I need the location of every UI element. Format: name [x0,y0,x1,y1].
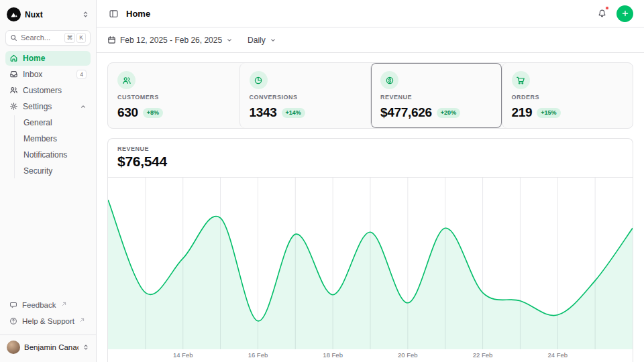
sidebar-subitem-security[interactable]: Security [19,164,91,178]
chat-bubble-icon [9,301,17,309]
chevron-down-icon [270,37,276,44]
external-link-icon [62,300,66,308]
stat-card-orders[interactable]: ORDERS 219+15% [502,63,633,128]
x-axis-label: 14 Feb [173,351,193,359]
x-axis-label: 22 Feb [473,351,493,359]
dollar-circle-icon [385,76,394,85]
stat-card-revenue[interactable]: REVENUE $477,626+20% [370,63,502,128]
sidebar-item-help-support[interactable]: Help & Support [5,314,91,328]
main-area: Home Feb 12, 2025 - Feb 26, 2025 Daily [97,0,644,362]
stat-label: ORDERS [512,94,624,101]
sidebar-subitem-notifications[interactable]: Notifications [19,147,91,162]
sidebar-toggle-button[interactable] [107,7,120,20]
filters-toolbar: Feb 12, 2025 - Feb 26, 2025 Daily [97,27,644,53]
page-title: Home [126,9,150,19]
chart-current-value: $76,544 [117,154,623,170]
chevron-down-icon [226,37,233,44]
x-axis-label: 24 Feb [547,351,568,359]
user-menu[interactable]: Benjamin Canac [0,335,96,357]
search-shortcut: ⌘K [64,33,86,43]
x-axis-label: 18 Feb [323,351,343,359]
panel-left-icon [109,9,119,19]
gear-icon [9,102,18,111]
notification-dot [605,6,609,10]
sidebar-item-label: Inbox [23,70,72,79]
sidebar-nav: Home Inbox 4 Customers Settings General [5,51,91,178]
stat-delta-badge: +8% [143,108,163,118]
search-input[interactable]: ⌘K [5,30,91,46]
stat-value: 1343 [250,105,277,120]
settings-children: General Members Notifications Security [14,115,91,178]
sidebar-spacer [5,181,91,296]
home-icon [9,54,18,62]
chart-header: REVENUE $76,544 [108,139,633,178]
footer-item-label: Feedback [22,301,56,309]
stat-value: 219 [512,105,533,120]
help-circle-icon [9,317,17,325]
sidebar-item-label: Customers [23,86,87,95]
pie-clock-icon [254,76,263,85]
sidebar-item-home[interactable]: Home [5,51,91,66]
chart-title: REVENUE [117,145,623,152]
stat-delta-badge: +20% [437,108,460,118]
notifications-button[interactable] [596,7,608,20]
cart-icon [516,76,525,85]
page-header: Home [97,0,644,27]
granularity-select[interactable]: Daily [248,36,276,45]
external-link-icon [80,316,85,324]
stat-card-conversions[interactable]: CONVERSIONS 1343+14% [239,63,371,128]
user-name: Benjamin Canac [24,343,78,351]
users-icon [9,86,18,95]
sidebar-item-settings[interactable]: Settings [5,99,91,114]
inbox-count-badge: 4 [76,70,87,79]
app-root: Nuxt ⌘K Home Inbox 4 [0,0,644,362]
date-range-picker[interactable]: Feb 12, 2025 - Feb 26, 2025 [107,36,233,45]
stat-delta-badge: +15% [537,108,560,118]
search-field[interactable] [21,34,56,42]
inbox-icon [9,70,18,78]
stat-label: REVENUE [380,94,492,101]
sidebar: Nuxt ⌘K Home Inbox 4 [0,0,97,362]
sidebar-item-inbox[interactable]: Inbox 4 [5,67,91,82]
sidebar-item-customers[interactable]: Customers [5,83,91,98]
sidebar-item-feedback[interactable]: Feedback [5,298,91,312]
revenue-chart-card: REVENUE $76,544 14 Feb16 Feb18 Feb20 Feb… [107,138,633,362]
header-actions [596,5,633,22]
date-range-label: Feb 12, 2025 - Feb 26, 2025 [120,36,222,45]
chart-canvas[interactable] [108,178,633,349]
x-axis-label: 16 Feb [248,351,268,359]
x-axis-label: 20 Feb [398,351,418,359]
sidebar-subitem-general[interactable]: General [19,115,91,130]
users-icon [122,76,131,85]
add-button[interactable] [616,5,633,22]
revenue-area-chart[interactable]: 14 Feb16 Feb18 Feb20 Feb22 Feb24 Feb [108,178,633,362]
plus-icon [621,9,629,17]
sidebar-subitem-members[interactable]: Members [19,131,91,146]
stat-label: CONVERSIONS [250,94,362,101]
x-axis-labels: 14 Feb16 Feb18 Feb20 Feb22 Feb24 Feb [108,351,633,360]
stat-value: $477,626 [380,105,432,120]
workspace-name: Nuxt [25,10,78,19]
chevron-updown-icon [83,344,89,351]
nuxt-logo-icon [7,7,21,21]
chevron-updown-icon [82,11,89,18]
sidebar-item-label: Home [23,54,87,63]
kbd-cmd: ⌘ [64,33,76,43]
stat-delta-badge: +14% [282,108,305,118]
stats-row: CUSTOMERS 630+8% CONVERSIONS 1343+14% RE… [107,62,633,129]
stat-value: 630 [117,105,138,120]
avatar [7,341,20,354]
stat-label: CUSTOMERS [117,94,230,101]
sidebar-item-label: Settings [23,102,75,111]
search-icon [10,34,17,42]
calendar-icon [107,36,116,44]
bell-icon [597,9,607,19]
stat-card-customers[interactable]: CUSTOMERS 630+8% [108,63,239,128]
kbd-k: K [76,33,86,43]
chevron-up-icon [80,103,87,110]
workspace-selector[interactable]: Nuxt [5,5,91,23]
footer-item-label: Help & Support [22,317,74,325]
granularity-label: Daily [248,36,266,45]
dashboard-content: CUSTOMERS 630+8% CONVERSIONS 1343+14% RE… [97,53,644,362]
